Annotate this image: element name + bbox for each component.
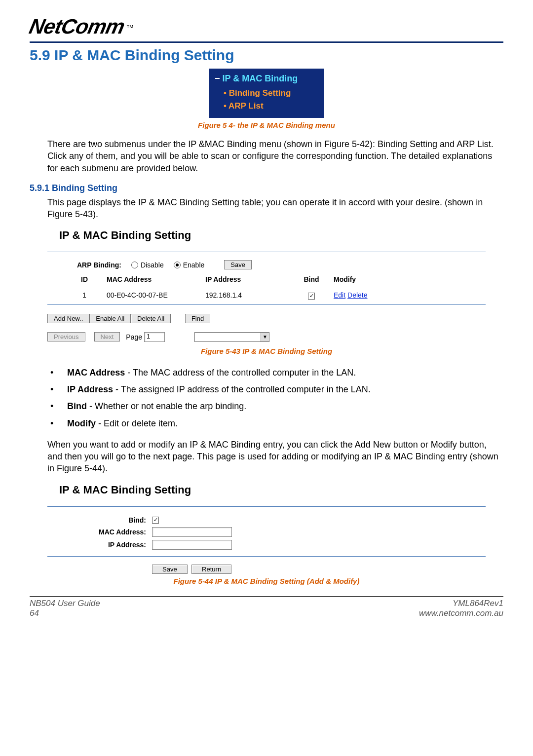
ip-field-row: IP Address: (47, 538, 486, 551)
list-item: IP Address - The assigned IP address of … (50, 381, 503, 398)
find-button[interactable]: Find (185, 314, 210, 323)
term: MAC Address (67, 368, 125, 378)
chevron-down-icon: ▼ (261, 333, 269, 341)
figure-caption-5-44: Figure 5-44 IP & MAC Binding Setting (Ad… (30, 577, 503, 585)
delete-all-button[interactable]: Delete All (131, 314, 171, 323)
nav-root-item[interactable]: − IP & MAC Binding (215, 74, 318, 84)
panel-title: IP & MAC Binding Setting (59, 229, 486, 242)
term: Bind (67, 401, 87, 411)
bullet-icon: • (224, 88, 229, 98)
radio-enable[interactable]: Enable (174, 261, 205, 269)
radio-disable[interactable]: Disable (131, 261, 164, 269)
enable-all-button[interactable]: Enable All (89, 314, 131, 323)
bind-checkbox[interactable]: ✓ (308, 293, 315, 300)
action-button-row: Add New..Enable AllDelete All Find (47, 311, 486, 329)
desc: - Edit or delete item. (96, 418, 178, 428)
page-footer: NB504 User Guide 64 YML864Rev1 www.netco… (30, 599, 503, 618)
cell-mac: 00-E0-4C-00-07-BE (107, 291, 205, 300)
radio-icon (131, 262, 138, 268)
desc: - The MAC address of the controlled comp… (125, 368, 356, 378)
term: IP Address (67, 384, 113, 394)
section-title-text: IP & MAC Binding Setting (54, 47, 234, 63)
col-ip: IP Address (205, 275, 289, 286)
doc-title: NB504 User Guide (30, 599, 100, 608)
desc: - Whether or not enable the arp binding. (87, 401, 246, 411)
trademark-symbol: ™ (126, 24, 134, 32)
figure-caption-5-4: Figure 5 4- the IP & MAC Binding menu (30, 121, 503, 129)
nav-collapse-icon: − (215, 74, 223, 83)
mac-address-input[interactable] (152, 527, 232, 537)
page-number-input[interactable]: 1 (144, 332, 165, 342)
col-bind: Bind (289, 275, 334, 286)
header-logo-row: NetComm ™ (30, 15, 503, 43)
arp-binding-label: ARP Binding: (77, 261, 131, 269)
cell-id: 1 (62, 291, 107, 300)
mac-field-row: MAC Address: (47, 526, 486, 538)
subsection-title: 5.9.1 Binding Setting (30, 183, 503, 193)
bind-field-row: Bind: ✓ (47, 515, 486, 526)
section-number: 5.9 (30, 47, 50, 63)
brand-name: NetComm (27, 15, 126, 38)
add-modify-paragraph: When you want to add or modify an IP & M… (47, 439, 503, 475)
cell-bind: ✓ (289, 291, 334, 300)
nav-menu-panel: − IP & MAC Binding • Binding Setting • A… (209, 69, 324, 118)
doc-url: www.netcomm.com.au (419, 608, 503, 618)
col-modify: Modify (334, 275, 393, 286)
nav-root-label: IP & MAC Binding (223, 74, 298, 83)
next-button[interactable]: Next (94, 332, 120, 341)
ip-label: IP Address: (47, 541, 152, 549)
intro-paragraph: There are two submenus under the IP &MAC… (47, 138, 503, 174)
pager-row: Previous Next Page 1 ▼ (47, 329, 486, 344)
list-item: Bind - Whether or not enable the arp bin… (50, 398, 503, 415)
radio-enable-label: Enable (183, 261, 205, 269)
divider (47, 304, 486, 305)
page-number: 64 (30, 608, 100, 618)
col-mac: MAC Address (107, 275, 205, 286)
footer-right: YML864Rev1 www.netcomm.com.au (419, 599, 503, 618)
mac-label: MAC Address: (47, 528, 152, 536)
field-description-list: MAC Address - The MAC address of the con… (50, 364, 503, 432)
cell-ip: 192.168.1.4 (205, 291, 289, 300)
return-button[interactable]: Return (191, 565, 231, 574)
binding-table-header: ID MAC Address IP Address Bind Modify (47, 275, 486, 291)
previous-button[interactable]: Previous (47, 332, 85, 341)
radio-disable-label: Disable (141, 261, 164, 269)
edit-link[interactable]: Edit (334, 291, 345, 299)
page-label: Page (126, 333, 142, 341)
delete-link[interactable]: Delete (347, 291, 367, 299)
nav-sub-item-binding[interactable]: • Binding Setting (215, 87, 318, 100)
bullet-icon: • (224, 101, 228, 111)
desc: - The assigned IP address of the control… (113, 384, 371, 394)
table-row: 1 00-E0-4C-00-07-BE 192.168.1.4 ✓ Edit D… (47, 291, 486, 304)
doc-revision: YML864Rev1 (419, 599, 503, 608)
add-new-button[interactable]: Add New.. (47, 314, 89, 323)
panel-title: IP & MAC Binding Setting (59, 484, 486, 496)
arp-binding-row: ARP Binding: Disable Enable Save (47, 258, 486, 275)
cell-modify: Edit Delete (334, 291, 393, 300)
list-item: MAC Address - The MAC address of the con… (50, 364, 503, 381)
page-select[interactable]: ▼ (194, 332, 269, 342)
figure-caption-5-43: Figure 5-43 IP & MAC Binding Setting (30, 347, 503, 355)
page-title: 5.9 IP & MAC Binding Setting (30, 47, 503, 64)
col-id: ID (62, 275, 107, 286)
bind-label: Bind: (47, 516, 152, 524)
divider (47, 252, 486, 252)
save-button[interactable]: Save (152, 565, 188, 574)
footer-left: NB504 User Guide 64 (30, 599, 100, 618)
bind-checkbox[interactable]: ✓ (152, 517, 159, 524)
radio-icon (174, 262, 181, 268)
binding-form-panel: IP & MAC Binding Setting Bind: ✓ MAC Add… (47, 484, 486, 574)
subsection-intro: This page displays the IP & MAC Binding … (47, 196, 503, 221)
term: Modify (67, 418, 96, 428)
brand-logo: NetComm (27, 15, 127, 38)
binding-table-panel: IP & MAC Binding Setting ARP Binding: Di… (47, 229, 486, 344)
ip-address-input[interactable] (152, 540, 232, 550)
divider (47, 506, 486, 507)
divider (47, 556, 486, 557)
list-item: Modify - Edit or delete item. (50, 415, 503, 432)
nav-sub-label: ARP List (228, 101, 264, 111)
nav-sub-label: Binding Setting (229, 88, 291, 98)
footer-divider (30, 596, 503, 597)
save-button[interactable]: Save (224, 260, 252, 269)
nav-sub-item-arp[interactable]: • ARP List (215, 100, 318, 113)
